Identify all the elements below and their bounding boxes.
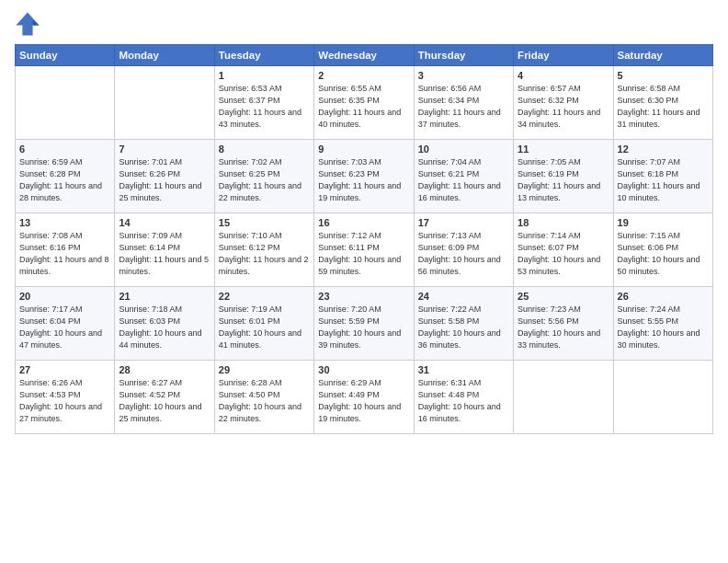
day-info: Sunrise: 7:10 AM Sunset: 6:12 PM Dayligh…	[219, 230, 310, 278]
day-number: 29	[219, 364, 310, 375]
week-row-2: 6Sunrise: 6:59 AM Sunset: 6:28 PM Daylig…	[16, 140, 713, 213]
calendar-cell: 22Sunrise: 7:19 AM Sunset: 6:01 PM Dayli…	[214, 287, 313, 361]
calendar-cell: 18Sunrise: 7:14 AM Sunset: 6:07 PM Dayli…	[514, 213, 613, 287]
calendar-cell: 16Sunrise: 7:12 AM Sunset: 6:11 PM Dayli…	[314, 213, 414, 287]
calendar-cell	[115, 66, 214, 140]
calendar-cell: 1Sunrise: 6:53 AM Sunset: 6:37 PM Daylig…	[214, 66, 313, 140]
day-number: 30	[318, 364, 409, 375]
week-row-3: 13Sunrise: 7:08 AM Sunset: 6:16 PM Dayli…	[16, 213, 713, 287]
calendar-cell: 3Sunrise: 6:56 AM Sunset: 6:34 PM Daylig…	[414, 66, 513, 140]
day-number: 2	[318, 70, 409, 81]
calendar-cell	[514, 361, 613, 434]
day-number: 3	[418, 70, 509, 81]
day-number: 14	[119, 217, 210, 228]
day-number: 13	[19, 217, 110, 228]
day-info: Sunrise: 7:02 AM Sunset: 6:25 PM Dayligh…	[219, 156, 310, 204]
calendar-cell	[16, 66, 115, 140]
day-info: Sunrise: 6:29 AM Sunset: 4:49 PM Dayligh…	[318, 377, 409, 425]
day-info: Sunrise: 7:15 AM Sunset: 6:06 PM Dayligh…	[618, 230, 709, 278]
weekday-header-thursday: Thursday	[414, 45, 513, 66]
day-number: 12	[618, 144, 709, 155]
day-number: 16	[318, 217, 409, 228]
calendar-cell: 4Sunrise: 6:57 AM Sunset: 6:32 PM Daylig…	[514, 66, 613, 140]
calendar-cell: 24Sunrise: 7:22 AM Sunset: 5:58 PM Dayli…	[414, 287, 513, 361]
day-number: 18	[518, 217, 609, 228]
day-info: Sunrise: 7:18 AM Sunset: 6:03 PM Dayligh…	[119, 304, 210, 351]
day-info: Sunrise: 6:55 AM Sunset: 6:35 PM Dayligh…	[318, 83, 409, 131]
page-container: SundayMondayTuesdayWednesdayThursdayFrid…	[0, 0, 728, 443]
day-info: Sunrise: 7:05 AM Sunset: 6:19 PM Dayligh…	[518, 156, 609, 204]
calendar-cell: 30Sunrise: 6:29 AM Sunset: 4:49 PM Dayli…	[314, 361, 414, 434]
day-number: 5	[618, 70, 709, 81]
day-number: 11	[518, 144, 609, 155]
weekday-header-friday: Friday	[514, 45, 613, 66]
weekday-header-saturday: Saturday	[613, 45, 712, 66]
day-number: 6	[19, 144, 110, 155]
day-info: Sunrise: 6:27 AM Sunset: 4:52 PM Dayligh…	[119, 377, 210, 425]
calendar-cell: 9Sunrise: 7:03 AM Sunset: 6:23 PM Daylig…	[314, 140, 414, 213]
day-number: 7	[119, 144, 210, 155]
day-info: Sunrise: 7:04 AM Sunset: 6:21 PM Dayligh…	[418, 156, 509, 204]
calendar-cell: 25Sunrise: 7:23 AM Sunset: 5:56 PM Dayli…	[514, 287, 613, 361]
weekday-header-wednesday: Wednesday	[314, 45, 414, 66]
day-info: Sunrise: 7:17 AM Sunset: 6:04 PM Dayligh…	[19, 304, 110, 351]
weekday-header-tuesday: Tuesday	[214, 45, 313, 66]
calendar-cell: 17Sunrise: 7:13 AM Sunset: 6:09 PM Dayli…	[414, 213, 513, 287]
day-number: 23	[318, 291, 409, 302]
day-info: Sunrise: 7:01 AM Sunset: 6:26 PM Dayligh…	[119, 156, 210, 204]
day-info: Sunrise: 7:14 AM Sunset: 6:07 PM Dayligh…	[518, 230, 609, 278]
day-number: 22	[219, 291, 310, 302]
day-info: Sunrise: 6:31 AM Sunset: 4:48 PM Dayligh…	[418, 377, 509, 425]
day-info: Sunrise: 7:24 AM Sunset: 5:55 PM Dayligh…	[618, 304, 709, 351]
day-number: 17	[418, 217, 509, 228]
day-info: Sunrise: 7:22 AM Sunset: 5:58 PM Dayligh…	[418, 304, 509, 351]
day-info: Sunrise: 7:23 AM Sunset: 5:56 PM Dayligh…	[518, 304, 609, 351]
calendar-table: SundayMondayTuesdayWednesdayThursdayFrid…	[15, 44, 713, 434]
day-info: Sunrise: 7:08 AM Sunset: 6:16 PM Dayligh…	[19, 230, 110, 278]
day-number: 9	[318, 144, 409, 155]
weekday-row: SundayMondayTuesdayWednesdayThursdayFrid…	[16, 45, 713, 66]
day-number: 1	[219, 70, 310, 81]
day-info: Sunrise: 7:12 AM Sunset: 6:11 PM Dayligh…	[318, 230, 409, 278]
week-row-1: 1Sunrise: 6:53 AM Sunset: 6:37 PM Daylig…	[16, 66, 713, 140]
calendar-cell: 12Sunrise: 7:07 AM Sunset: 6:18 PM Dayli…	[613, 140, 712, 213]
calendar-cell: 6Sunrise: 6:59 AM Sunset: 6:28 PM Daylig…	[16, 140, 115, 213]
day-number: 19	[618, 217, 709, 228]
weekday-header-sunday: Sunday	[16, 45, 115, 66]
header	[15, 11, 713, 37]
day-info: Sunrise: 6:53 AM Sunset: 6:37 PM Dayligh…	[219, 83, 310, 131]
day-info: Sunrise: 6:57 AM Sunset: 6:32 PM Dayligh…	[518, 83, 609, 131]
day-number: 10	[418, 144, 509, 155]
calendar-cell: 10Sunrise: 7:04 AM Sunset: 6:21 PM Dayli…	[414, 140, 513, 213]
day-number: 4	[518, 70, 609, 81]
day-number: 24	[418, 291, 509, 302]
calendar-body: 1Sunrise: 6:53 AM Sunset: 6:37 PM Daylig…	[16, 66, 713, 434]
day-info: Sunrise: 7:19 AM Sunset: 6:01 PM Dayligh…	[219, 304, 310, 351]
day-info: Sunrise: 7:07 AM Sunset: 6:18 PM Dayligh…	[618, 156, 709, 204]
day-info: Sunrise: 6:58 AM Sunset: 6:30 PM Dayligh…	[618, 83, 709, 131]
calendar-cell: 14Sunrise: 7:09 AM Sunset: 6:14 PM Dayli…	[115, 213, 214, 287]
day-info: Sunrise: 7:20 AM Sunset: 5:59 PM Dayligh…	[318, 304, 409, 351]
calendar-header: SundayMondayTuesdayWednesdayThursdayFrid…	[16, 45, 713, 66]
calendar-cell: 13Sunrise: 7:08 AM Sunset: 6:16 PM Dayli…	[16, 213, 115, 287]
day-info: Sunrise: 6:56 AM Sunset: 6:34 PM Dayligh…	[418, 83, 509, 131]
calendar-cell: 23Sunrise: 7:20 AM Sunset: 5:59 PM Dayli…	[314, 287, 414, 361]
week-row-5: 27Sunrise: 6:26 AM Sunset: 4:53 PM Dayli…	[16, 361, 713, 434]
calendar-cell: 21Sunrise: 7:18 AM Sunset: 6:03 PM Dayli…	[115, 287, 214, 361]
day-number: 28	[119, 364, 210, 375]
day-number: 21	[119, 291, 210, 302]
weekday-header-monday: Monday	[115, 45, 214, 66]
day-info: Sunrise: 7:13 AM Sunset: 6:09 PM Dayligh…	[418, 230, 509, 278]
week-row-4: 20Sunrise: 7:17 AM Sunset: 6:04 PM Dayli…	[16, 287, 713, 361]
day-number: 25	[518, 291, 609, 302]
calendar-cell: 28Sunrise: 6:27 AM Sunset: 4:52 PM Dayli…	[115, 361, 214, 434]
day-info: Sunrise: 6:59 AM Sunset: 6:28 PM Dayligh…	[19, 156, 110, 204]
day-number: 27	[19, 364, 110, 375]
calendar-cell: 29Sunrise: 6:28 AM Sunset: 4:50 PM Dayli…	[214, 361, 313, 434]
calendar-cell: 8Sunrise: 7:02 AM Sunset: 6:25 PM Daylig…	[214, 140, 313, 213]
day-number: 20	[19, 291, 110, 302]
calendar-cell: 15Sunrise: 7:10 AM Sunset: 6:12 PM Dayli…	[214, 213, 313, 287]
calendar-cell: 2Sunrise: 6:55 AM Sunset: 6:35 PM Daylig…	[314, 66, 414, 140]
day-info: Sunrise: 6:28 AM Sunset: 4:50 PM Dayligh…	[219, 377, 310, 425]
day-number: 8	[219, 144, 310, 155]
